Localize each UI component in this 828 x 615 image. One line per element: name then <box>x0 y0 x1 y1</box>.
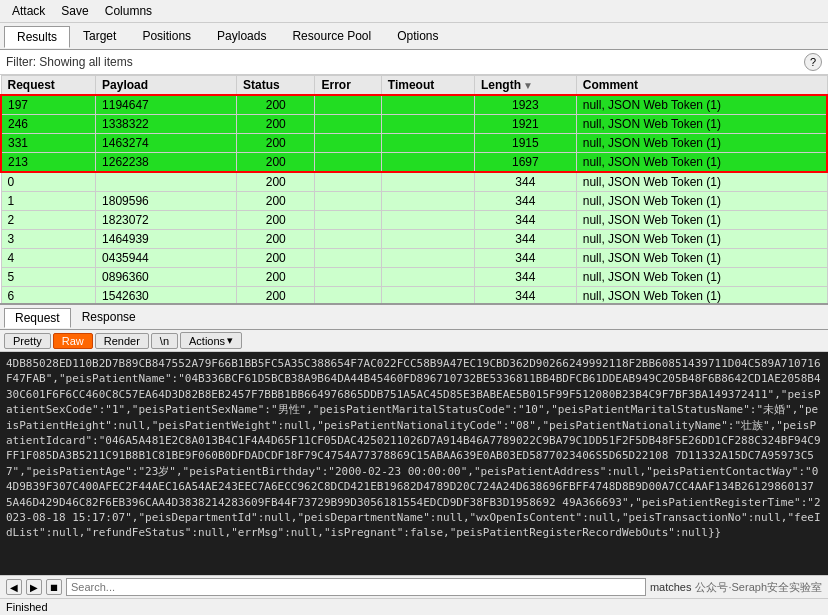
tab-bar: Results Target Positions Payloads Resour… <box>0 23 828 50</box>
menu-columns[interactable]: Columns <box>97 2 160 20</box>
table-header-row: Request Payload Status Error Timeout <box>1 76 827 96</box>
col-comment[interactable]: Comment <box>576 76 827 96</box>
tab-results[interactable]: Results <box>4 26 70 48</box>
filter-text: Filter: Showing all items <box>6 55 133 69</box>
col-request[interactable]: Request <box>1 76 96 96</box>
tab-response[interactable]: Response <box>71 307 147 327</box>
help-button[interactable]: ? <box>804 53 822 71</box>
col-length[interactable]: Length▼ <box>475 76 577 96</box>
table-row[interactable]: 31464939200344null, JSON Web Token (1) <box>1 230 827 249</box>
sub-tab-newline[interactable]: \n <box>151 333 178 349</box>
table-row[interactable]: 61542630200344null, JSON Web Token (1) <box>1 287 827 306</box>
filter-bar: Filter: Showing all items ? <box>0 50 828 75</box>
chevron-down-icon: ▾ <box>227 334 233 347</box>
watermark-label: 公众号·Seraph安全实验室 <box>695 580 822 595</box>
table-row[interactable]: 21312622382001697null, JSON Web Token (1… <box>1 153 827 173</box>
tab-payloads[interactable]: Payloads <box>204 25 279 47</box>
col-timeout[interactable]: Timeout <box>381 76 474 96</box>
table-row[interactable]: 50896360200344null, JSON Web Token (1) <box>1 268 827 287</box>
tab-resource-pool[interactable]: Resource Pool <box>279 25 384 47</box>
sub-tab-render[interactable]: Render <box>95 333 149 349</box>
tab-options[interactable]: Options <box>384 25 451 47</box>
menu-bar: Attack Save Columns <box>0 0 828 23</box>
main-window: Attack Save Columns Results Target Posit… <box>0 0 828 615</box>
table-body: 19711946472001923null, JSON Web Token (1… <box>1 95 827 305</box>
col-error[interactable]: Error <box>315 76 381 96</box>
matches-label: matches <box>650 581 692 593</box>
results-table: Request Payload Status Error Timeout <box>0 75 828 305</box>
sub-tab-raw[interactable]: Raw <box>53 333 93 349</box>
stop-button[interactable]: ⏹ <box>46 579 62 595</box>
actions-button[interactable]: Actions ▾ <box>180 332 242 349</box>
forward-button[interactable]: ▶ <box>26 579 42 595</box>
table-row[interactable]: 19711946472001923null, JSON Web Token (1… <box>1 95 827 115</box>
col-status[interactable]: Status <box>237 76 315 96</box>
menu-attack[interactable]: Attack <box>4 2 53 20</box>
sub-tab-pretty[interactable]: Pretty <box>4 333 51 349</box>
table-row[interactable]: 24613383222001921null, JSON Web Token (1… <box>1 115 827 134</box>
table-row[interactable]: 11809596200344null, JSON Web Token (1) <box>1 192 827 211</box>
content-area[interactable]: 4DB85028ED110B2D7B89CB847552A79F66B1BB5F… <box>0 352 828 575</box>
table-row[interactable]: 0200344null, JSON Web Token (1) <box>1 172 827 192</box>
tab-target[interactable]: Target <box>70 25 129 47</box>
table-row[interactable]: 21823072200344null, JSON Web Token (1) <box>1 211 827 230</box>
status-area: ◀ ▶ ⏹ matches 公众号·Seraph安全实验室 Finished <box>0 575 828 615</box>
finished-bar: Finished <box>0 598 828 615</box>
status-bar: ◀ ▶ ⏹ matches 公众号·Seraph安全实验室 <box>0 575 828 598</box>
search-input[interactable] <box>66 578 646 596</box>
tab-request[interactable]: Request <box>4 308 71 328</box>
bottom-panel: Request Response Pretty Raw Render \n Ac… <box>0 305 828 575</box>
sub-tab-bar: Pretty Raw Render \n Actions ▾ <box>0 330 828 352</box>
menu-save[interactable]: Save <box>53 2 96 20</box>
back-button[interactable]: ◀ <box>6 579 22 595</box>
col-payload[interactable]: Payload <box>96 76 237 96</box>
tab-positions[interactable]: Positions <box>129 25 204 47</box>
table-row[interactable]: 33114632742001915null, JSON Web Token (1… <box>1 134 827 153</box>
req-res-tab-bar: Request Response <box>0 305 828 330</box>
results-table-container[interactable]: Request Payload Status Error Timeout <box>0 75 828 305</box>
table-row[interactable]: 40435944200344null, JSON Web Token (1) <box>1 249 827 268</box>
